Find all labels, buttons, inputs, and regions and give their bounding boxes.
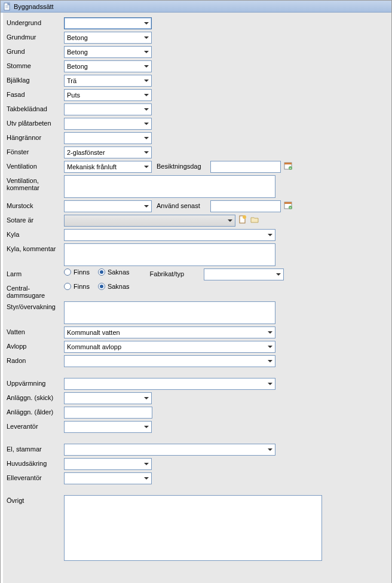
chevron-down-icon (142, 161, 151, 172)
chevron-down-icon (265, 341, 275, 352)
folder-icon[interactable] (250, 215, 259, 224)
label-grundmur: Grundmur (7, 32, 64, 41)
input-anlaggn-alder[interactable] (64, 407, 152, 419)
chevron-down-icon (142, 459, 151, 469)
combo-leverantor[interactable] (64, 421, 152, 433)
label-anlaggn-alder: Anläggn. (ålder) (7, 407, 64, 416)
svg-marker-34 (144, 426, 149, 428)
label-ventilation-kommentar: Ventilation, kommentar (7, 175, 64, 191)
label-besiktningsdag: Besiktningsdag (157, 161, 210, 170)
svg-marker-36 (144, 463, 149, 465)
calendar-icon[interactable]: + (283, 161, 293, 170)
svg-text:+: + (290, 166, 292, 170)
combo-kyla[interactable] (64, 229, 275, 241)
chevron-down-icon (265, 356, 275, 367)
combo-el-stammar[interactable] (64, 444, 275, 456)
svg-marker-31 (268, 360, 272, 362)
chevron-down-icon (142, 147, 151, 158)
label-ventilation: Ventilation (7, 161, 64, 170)
svg-marker-29 (268, 331, 272, 334)
label-vatten: Vatten (7, 326, 64, 335)
combo-elleverantor[interactable] (64, 472, 152, 484)
svg-marker-13 (144, 151, 149, 154)
combo-fasad[interactable]: Puts (64, 89, 152, 101)
combo-utv-platarbeten[interactable] (64, 118, 152, 130)
svg-marker-11 (144, 123, 149, 125)
chevron-down-icon (274, 269, 283, 280)
label-murstock: Murstock (7, 200, 64, 209)
label-central-dammsugare: Central-dammsugare (7, 283, 64, 299)
combo-stomme[interactable]: Betong (64, 60, 152, 72)
combo-takbekladnad[interactable] (64, 103, 152, 115)
combo-undergrund[interactable] (64, 17, 152, 29)
chevron-down-icon (142, 118, 151, 129)
label-huvudsakring: Huvudsäkring (7, 458, 64, 467)
form-body: Undergrund Grundmur Betong Grund Betong (1, 13, 391, 583)
chevron-down-icon (265, 230, 275, 240)
chevron-down-icon (142, 47, 151, 57)
combo-avlopp[interactable]: Kommunalt avlopp (64, 341, 275, 353)
svg-marker-33 (144, 397, 149, 399)
chevron-down-icon (142, 104, 151, 115)
label-bjalklag: Bjälklag (7, 75, 64, 84)
radio-cd-finns[interactable]: Finns (64, 283, 90, 290)
chevron-down-icon (265, 327, 275, 338)
chevron-down-icon (142, 422, 151, 432)
label-takbekladnad: Takbeklädnad (7, 103, 64, 112)
new-document-icon[interactable] (238, 215, 247, 224)
combo-uppvarmning[interactable] (64, 378, 275, 390)
label-hangrannor: Hängrännor (7, 132, 64, 141)
label-utv-platarbeten: Utv plåtarbeten (7, 118, 64, 127)
combo-murstock[interactable] (64, 200, 152, 212)
combo-grundmur[interactable]: Betong (64, 32, 152, 44)
textarea-styr-overvakning[interactable] (64, 301, 275, 324)
combo-grund[interactable]: Betong (64, 46, 152, 58)
svg-marker-10 (144, 108, 149, 111)
chevron-down-icon (142, 75, 151, 86)
label-radon: Radon (7, 355, 64, 364)
label-fonster: Fönster (7, 146, 64, 155)
radio-larm-finns[interactable]: Finns (64, 268, 90, 276)
textarea-kyla-kommentar[interactable] (64, 243, 275, 266)
combo-anlaggn-skick[interactable] (64, 392, 152, 404)
label-fasad: Fasad (7, 89, 64, 98)
chevron-down-icon (142, 473, 151, 484)
combo-fonster[interactable]: 2-glasfönster (64, 146, 152, 158)
combo-radon[interactable] (64, 355, 275, 367)
label-kyla-kommentar: Kyla, kommentar (7, 243, 64, 252)
svg-point-26 (243, 215, 246, 219)
label-stomme: Stomme (7, 60, 64, 69)
chevron-down-icon (142, 393, 151, 404)
label-leverantor: Leverantör (7, 421, 64, 430)
input-besiktningsdag[interactable] (210, 161, 281, 173)
svg-marker-28 (276, 273, 281, 276)
combo-fabrikat-typ[interactable] (204, 268, 284, 280)
svg-rect-21 (284, 202, 292, 204)
calendar-icon[interactable]: + (283, 200, 293, 210)
svg-marker-35 (268, 448, 272, 451)
titlebar: Byggnadssätt (1, 1, 391, 13)
radio-larm-saknas[interactable]: Saknas (98, 268, 130, 276)
svg-marker-4 (144, 22, 149, 25)
combo-vatten[interactable]: Kommunalt vatten (64, 326, 275, 338)
combo-hangrannor[interactable] (64, 132, 152, 144)
svg-marker-30 (268, 346, 272, 348)
combo-huvudsakring[interactable] (64, 458, 152, 470)
textarea-ventilation-kommentar[interactable] (64, 175, 275, 198)
label-undergrund: Undergrund (7, 17, 64, 26)
textarea-ovrigt[interactable] (64, 495, 322, 561)
chevron-down-icon (142, 90, 151, 100)
titlebar-text: Byggnadssätt (14, 3, 54, 10)
combo-sotare-ar[interactable] (64, 215, 235, 227)
combo-ventilation[interactable]: Mekanisk frånluft (64, 161, 152, 173)
label-fabrikat-typ: Fabrikat/typ (150, 268, 204, 277)
svg-marker-12 (144, 137, 149, 139)
combo-bjalklag[interactable]: Trä (64, 75, 152, 87)
label-uppvarmning: Uppvärmning (7, 378, 64, 387)
svg-marker-27 (268, 234, 272, 236)
label-anlaggn-skick: Anläggn. (skick) (7, 392, 64, 401)
input-anvand-senast[interactable] (210, 200, 281, 212)
label-elleverantor: Elleverantör (7, 472, 64, 481)
svg-marker-7 (144, 65, 149, 68)
radio-cd-saknas[interactable]: Saknas (98, 283, 130, 290)
